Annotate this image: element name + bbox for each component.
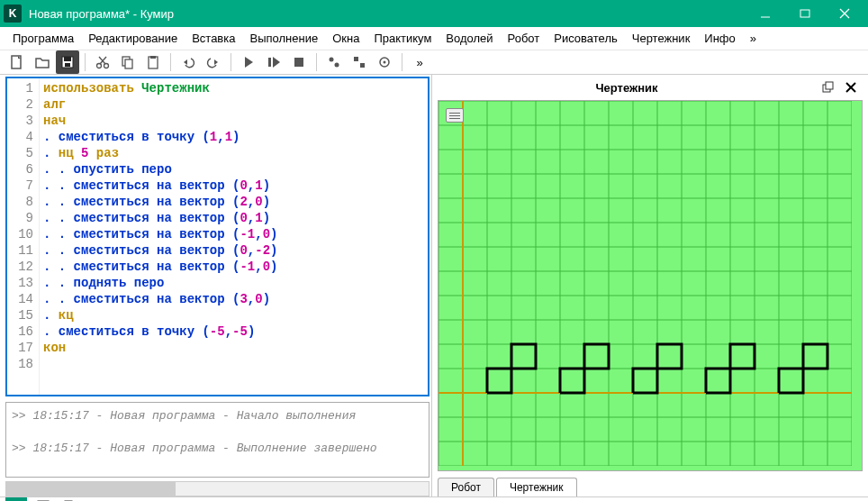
actor3-icon[interactable] (373, 50, 396, 74)
svg-rect-16 (150, 56, 156, 59)
menu-item-11[interactable]: » (743, 27, 764, 50)
close-button[interactable] (825, 0, 864, 27)
console-output[interactable]: >> 18:15:17 - Новая программа - Начало в… (5, 402, 429, 478)
status-bar: >_ Анализ Выполнено шагов: 61 Стр: 17, К… (0, 496, 868, 501)
toolbar: » (0, 50, 868, 75)
right-pane: Чертежник РоботЧертежник (432, 75, 868, 496)
svg-line-11 (100, 57, 106, 64)
panel-header: Чертежник (432, 75, 868, 100)
status-copy-icon[interactable] (59, 497, 81, 501)
window-title: Новая программа* - Кумир (29, 7, 746, 21)
svg-marker-17 (184, 59, 187, 65)
menu-item-0[interactable]: Программа (5, 27, 81, 50)
svg-line-12 (99, 57, 105, 64)
svg-point-28 (384, 61, 386, 64)
new-file-icon[interactable] (5, 50, 29, 74)
svg-point-9 (97, 64, 102, 68)
menu-item-10[interactable]: Инфо (697, 27, 742, 50)
menu-item-5[interactable]: Практикум (366, 27, 439, 50)
editor-body[interactable]: использовать Чертежникалгнач. сместиться… (40, 78, 428, 395)
minimize-button[interactable] (746, 0, 785, 27)
svg-rect-8 (65, 63, 70, 67)
drawing-canvas-wrap (438, 100, 863, 471)
status-lock-icon[interactable] (814, 497, 836, 501)
svg-rect-14 (125, 59, 132, 68)
svg-rect-1 (800, 10, 809, 17)
panel-close-icon[interactable] (841, 77, 861, 97)
run-icon[interactable] (237, 50, 260, 74)
menu-item-9[interactable]: Чертежник (625, 27, 698, 50)
svg-rect-20 (268, 58, 271, 67)
svg-rect-26 (360, 63, 365, 68)
toolbar-overflow-icon[interactable]: » (408, 50, 431, 74)
copy-icon[interactable] (116, 50, 140, 74)
editor-gutter: 123456789101112131415161718 (7, 78, 40, 395)
svg-rect-7 (64, 57, 71, 61)
status-clear-icon[interactable] (86, 497, 108, 501)
svg-point-10 (104, 64, 109, 68)
canvas-menu-icon[interactable] (446, 108, 464, 123)
code-editor[interactable]: 123456789101112131415161718 использовать… (5, 77, 429, 396)
title-bar: K Новая программа* - Кумир (0, 0, 868, 27)
tab-Чертежник[interactable]: Чертежник (496, 478, 577, 496)
menu-item-4[interactable]: Окна (325, 27, 366, 50)
status-save-icon[interactable] (32, 497, 54, 501)
panel-title: Чертежник (439, 81, 814, 95)
actor2-icon[interactable] (348, 50, 371, 74)
redo-icon[interactable] (202, 50, 225, 74)
menu-item-2[interactable]: Вставка (185, 27, 242, 50)
svg-rect-25 (354, 57, 358, 61)
canvas-tabs: РоботЧертежник (432, 475, 868, 496)
svg-marker-18 (214, 59, 218, 65)
paste-icon[interactable] (141, 50, 165, 74)
menu-item-6[interactable]: Водолей (439, 27, 500, 50)
stop-icon[interactable] (287, 50, 311, 74)
undo-icon[interactable] (176, 50, 200, 74)
left-pane: 123456789101112131415161718 использовать… (0, 75, 432, 496)
panel-detach-icon[interactable] (818, 77, 837, 97)
svg-point-23 (330, 58, 334, 62)
cut-icon[interactable] (91, 50, 114, 74)
menu-item-7[interactable]: Робот (501, 27, 547, 50)
svg-marker-19 (245, 57, 253, 68)
svg-rect-30 (826, 82, 833, 89)
open-file-icon[interactable] (31, 50, 54, 74)
svg-point-24 (335, 63, 339, 68)
drawing-canvas[interactable] (439, 101, 862, 470)
save-file-icon[interactable] (56, 50, 79, 74)
menu-item-1[interactable]: Редактирование (81, 27, 185, 50)
app-icon: K (4, 5, 22, 23)
main-area: 123456789101112131415161718 использовать… (0, 75, 868, 496)
svg-rect-22 (294, 58, 303, 67)
menu-bar: ПрограммаРедактированиеВставкаВыполнение… (0, 27, 868, 50)
actor1-icon[interactable] (322, 50, 346, 74)
menu-item-8[interactable]: Рисователь (547, 27, 624, 50)
horizontal-scrollbar[interactable] (5, 481, 429, 496)
maximize-button[interactable] (785, 0, 825, 27)
menu-item-3[interactable]: Выполнение (242, 27, 325, 50)
status-terminal-icon[interactable]: >_ (5, 497, 27, 501)
tab-Робот[interactable]: Робот (438, 478, 494, 496)
svg-marker-21 (273, 57, 280, 68)
step-icon[interactable] (262, 50, 285, 74)
